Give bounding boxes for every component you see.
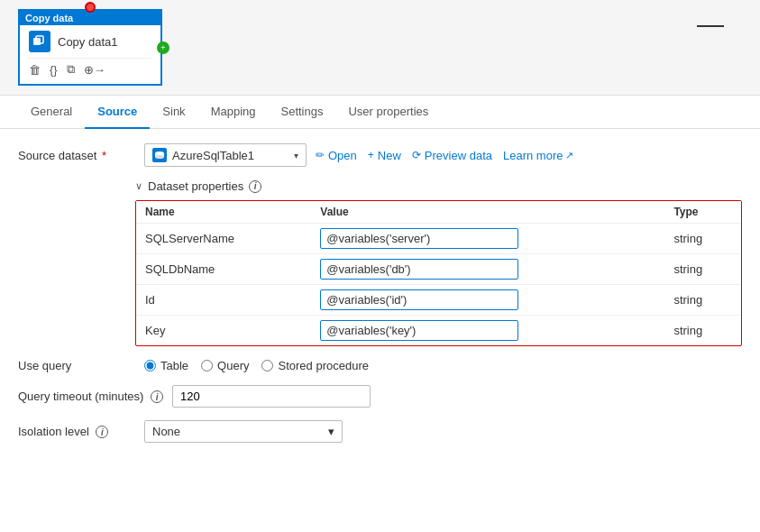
prop-type: string	[664, 254, 741, 285]
source-dataset-label: Source dataset *	[18, 149, 135, 162]
props-header: ∨ Dataset properties i	[135, 179, 742, 193]
prop-type: string	[664, 285, 741, 316]
col-value-header: Value	[311, 201, 664, 224]
isolation-level-dropdown[interactable]: None ▾	[144, 420, 343, 443]
new-link[interactable]: + New	[368, 149, 401, 162]
radio-query[interactable]: Query	[201, 359, 249, 372]
preview-icon: ⟳	[412, 149, 421, 161]
source-dataset-row: Source dataset * AzureSqlTable1 ▾ ✏ Open…	[18, 143, 742, 167]
card-name: Copy data1	[58, 35, 118, 49]
tabs-bar: General Source Sink Mapping Settings Use…	[0, 96, 760, 129]
info-icon[interactable]: i	[249, 180, 261, 193]
query-timeout-input[interactable]	[172, 385, 371, 408]
prop-value-cell	[311, 316, 664, 346]
isolation-level-row: Isolation level i None ▾	[18, 420, 742, 443]
radio-table-input[interactable]	[144, 360, 156, 371]
prop-value-input[interactable]	[320, 259, 518, 280]
table-row: SQLDbName string	[136, 254, 741, 285]
use-query-row: Use query Table Query Stored procedure	[18, 359, 742, 372]
prop-name: Id	[136, 285, 311, 316]
copy-icon[interactable]: ⧉	[67, 62, 75, 77]
query-timeout-label: Query timeout (minutes) i	[18, 390, 163, 404]
prop-value-input[interactable]	[320, 320, 518, 341]
radio-query-input[interactable]	[201, 360, 213, 371]
dataset-dropdown[interactable]: AzureSqlTable1 ▾	[144, 143, 307, 167]
dataset-properties-section: ∨ Dataset properties i Name Value Type S…	[135, 179, 742, 346]
top-connector[interactable]	[85, 2, 96, 13]
azure-sql-icon	[152, 148, 167, 162]
prop-type: string	[664, 316, 741, 346]
tab-sink[interactable]: Sink	[150, 96, 197, 129]
prop-name: SQLServerName	[136, 224, 311, 254]
tab-mapping[interactable]: Mapping	[198, 96, 269, 129]
isolation-chevron-icon: ▾	[328, 425, 334, 438]
radio-stored-proc-input[interactable]	[261, 360, 273, 371]
pipeline-canvas-top: Copy data Copy data1 🗑 {} ⧉ ⊕→ +	[0, 0, 760, 96]
isolation-level-label: Isolation level i	[18, 425, 135, 439]
preview-link[interactable]: ⟳ Preview data	[412, 149, 492, 162]
right-connector[interactable]: +	[157, 41, 169, 54]
table-row: SQLServerName string	[136, 224, 741, 254]
collapse-icon[interactable]: ∨	[135, 180, 142, 192]
source-panel: Source dataset * AzureSqlTable1 ▾ ✏ Open…	[0, 129, 760, 470]
tab-general[interactable]: General	[18, 96, 85, 129]
delete-icon[interactable]: 🗑	[29, 63, 41, 77]
query-timeout-row: Query timeout (minutes) i	[18, 385, 742, 408]
open-link[interactable]: ✏ Open	[316, 149, 357, 162]
dataset-name: AzureSqlTable1	[172, 149, 288, 162]
use-query-label: Use query	[18, 359, 135, 372]
table-row: Key string	[136, 316, 741, 346]
external-link-icon: ↗	[565, 150, 573, 161]
tab-source[interactable]: Source	[85, 96, 150, 129]
col-name-header: Name	[136, 201, 311, 224]
copy-data-icon	[29, 31, 50, 52]
tab-settings[interactable]: Settings	[269, 96, 336, 129]
prop-value-cell	[311, 254, 664, 285]
arrow-right-icon[interactable]: ⊕→	[84, 63, 105, 77]
plus-icon: +	[368, 149, 374, 161]
prop-value-input[interactable]	[320, 228, 518, 249]
table-row: Id string	[136, 285, 741, 316]
prop-value-cell	[311, 224, 664, 254]
props-table-container: Name Value Type SQLServerName string SQL…	[135, 200, 742, 346]
card-title: Copy data	[20, 11, 160, 25]
col-type-header: Type	[664, 201, 741, 224]
prop-value-cell	[311, 285, 664, 316]
timeout-info-icon[interactable]: i	[151, 390, 163, 403]
pencil-icon: ✏	[316, 149, 325, 161]
radio-table[interactable]: Table	[144, 359, 188, 372]
prop-value-input[interactable]	[320, 289, 518, 310]
action-links: ✏ Open + New ⟳ Preview data Learn more ↗	[316, 149, 573, 162]
svg-rect-0	[33, 38, 41, 45]
prop-name: SQLDbName	[136, 254, 311, 285]
svg-point-4	[155, 155, 164, 159]
isolation-info-icon[interactable]: i	[96, 426, 108, 438]
radio-stored-procedure[interactable]: Stored procedure	[261, 359, 368, 372]
chevron-down-icon: ▾	[294, 151, 298, 161]
copy-data-card[interactable]: Copy data Copy data1 🗑 {} ⧉ ⊕→ +	[18, 9, 162, 86]
code-icon[interactable]: {}	[50, 63, 58, 77]
props-table: Name Value Type SQLServerName string SQL…	[136, 201, 741, 345]
learn-more-link[interactable]: Learn more ↗	[503, 149, 573, 162]
prop-name: Key	[136, 316, 311, 346]
top-right-divider	[697, 25, 724, 27]
prop-type: string	[664, 224, 741, 254]
query-options: Table Query Stored procedure	[144, 359, 369, 372]
tab-user-properties[interactable]: User properties	[335, 96, 441, 129]
